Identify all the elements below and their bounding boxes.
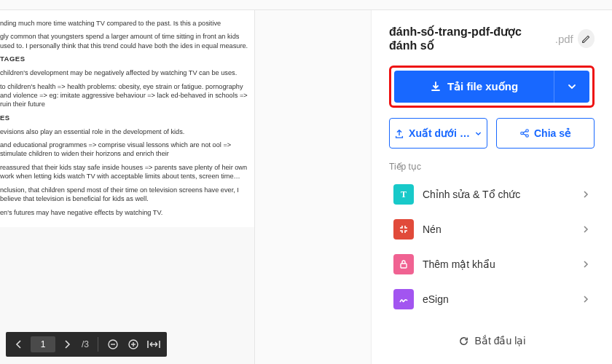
share-label: Chia sẻ: [534, 127, 571, 139]
toolbar-separator: [98, 337, 98, 352]
svg-line-11: [523, 134, 526, 135]
doc-text: evisions also play an essential role in …: [0, 127, 248, 136]
restart-label: Bắt đầu lại: [475, 335, 526, 347]
doc-text: en's futures may have negative effects b…: [0, 208, 248, 217]
signature-icon: [393, 289, 414, 309]
chevron-right-icon: [581, 190, 590, 199]
preview-gutter: [255, 10, 372, 364]
doc-text: to children's health => health problems:…: [0, 82, 248, 109]
file-extension: .pdf: [555, 33, 573, 45]
svg-line-10: [523, 131, 526, 132]
download-button-group: Tải file xuống: [394, 71, 589, 103]
doc-text: nclusion, that children spend most of th…: [0, 186, 248, 204]
chevron-right-icon: [581, 225, 590, 234]
doc-text: nding much more time watching TV compare…: [0, 19, 248, 28]
svg-text:T: T: [401, 189, 407, 199]
svg-point-9: [526, 135, 529, 138]
doc-heading: ES: [0, 114, 248, 123]
download-highlight: Tải file xuống: [389, 66, 595, 108]
restart-button[interactable]: Bắt đầu lại: [389, 335, 595, 347]
zoom-in-button[interactable]: [125, 336, 142, 353]
download-label: Tải file xuống: [447, 80, 518, 93]
file-name: đánh-số-trang-pdf-được đánh số: [389, 25, 551, 52]
action-label: Chỉnh sửa & Tổ chức: [423, 189, 573, 200]
doc-text: gly common that youngsters spend a large…: [0, 32, 248, 50]
action-add-password[interactable]: Thêm mật khẩu: [389, 249, 595, 280]
chevron-down-icon: [474, 130, 482, 138]
pdf-preview-pane: nding much more time watching TV compare…: [0, 10, 255, 364]
download-button[interactable]: Tải file xuống: [394, 71, 554, 103]
doc-text: reassured that their kids stay safe insi…: [0, 163, 248, 181]
page-total: /3: [82, 339, 89, 349]
document-content: nding much more time watching TV compare…: [0, 10, 254, 227]
doc-heading: TAGES: [0, 55, 248, 64]
chevron-right-icon: [581, 260, 590, 269]
share-button[interactable]: Chia sẻ: [496, 118, 595, 149]
svg-rect-13: [401, 264, 407, 268]
download-dropdown[interactable]: [554, 71, 589, 103]
share-icon: [519, 128, 530, 138]
chevron-right-icon: [581, 295, 590, 304]
svg-point-8: [526, 130, 529, 132]
refresh-icon: [458, 336, 469, 347]
action-esign[interactable]: eSign: [389, 284, 595, 314]
action-edit-organize[interactable]: T Chỉnh sửa & Tổ chức: [389, 179, 595, 210]
fit-width-button[interactable]: [145, 336, 162, 353]
action-compress[interactable]: Nén: [389, 214, 595, 245]
zoom-out-button[interactable]: [104, 336, 122, 353]
export-as-button[interactable]: Xuất dưới …: [389, 118, 487, 149]
continue-label: Tiếp tục: [389, 162, 595, 172]
text-icon: T: [393, 184, 414, 205]
page-number-input[interactable]: [31, 336, 55, 352]
export-label: Xuất dưới …: [409, 127, 470, 139]
pencil-icon: [581, 34, 591, 44]
prev-page-button[interactable]: [10, 336, 28, 353]
lock-icon: [393, 254, 414, 274]
action-label: eSign: [423, 293, 573, 305]
doc-text: children's development may be negatively…: [0, 68, 248, 77]
filename-row: đánh-số-trang-pdf-được đánh số .pdf: [389, 25, 595, 52]
action-label: Thêm mật khẩu: [423, 258, 573, 270]
download-icon: [430, 81, 442, 92]
compress-icon: [393, 219, 414, 240]
pdf-toolbar: /3: [6, 332, 167, 357]
svg-point-7: [521, 132, 524, 135]
rename-button[interactable]: [578, 29, 595, 48]
titlebar: [0, 0, 612, 10]
doc-text: and educational programmes => comprise v…: [0, 141, 248, 159]
chevron-down-icon: [567, 82, 577, 92]
export-icon: [394, 128, 404, 138]
action-label: Nén: [423, 223, 573, 235]
next-page-button[interactable]: [58, 336, 76, 353]
actions-panel: đánh-số-trang-pdf-được đánh số .pdf Tải …: [372, 10, 612, 364]
